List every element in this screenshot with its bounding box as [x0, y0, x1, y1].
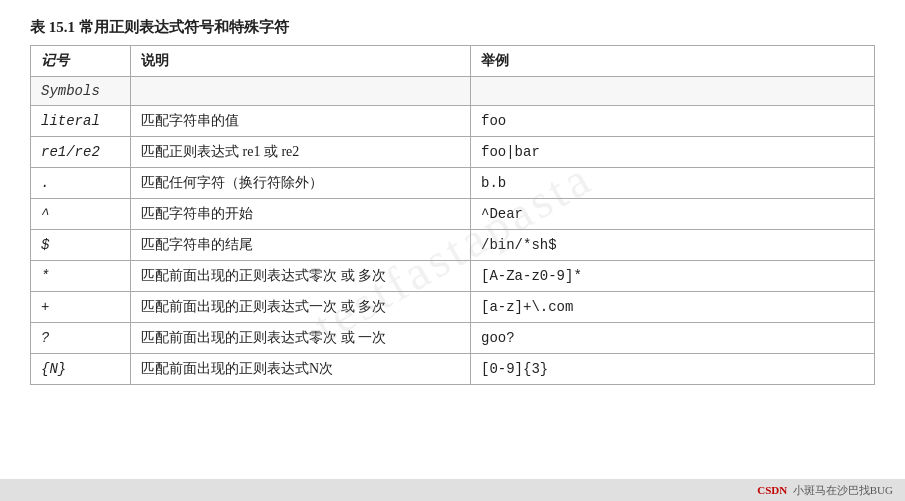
header-col-example: 举例 — [471, 46, 875, 77]
symbol-question: ? — [31, 323, 131, 354]
table-row: . 匹配任何字符（换行符除外） b.b — [31, 168, 875, 199]
symbol-literal: literal — [31, 106, 131, 137]
table-row: $ 匹配字符串的结尾 /bin/*sh$ — [31, 230, 875, 261]
example-question: goo? — [471, 323, 875, 354]
desc-caret: 匹配字符串的开始 — [131, 199, 471, 230]
table-row: {N} 匹配前面出现的正则表达式N次 [0-9]{3} — [31, 354, 875, 385]
example-star: [A-Za-z0-9]* — [471, 261, 875, 292]
desc-question: 匹配前面出现的正则表达式零次 或 一次 — [131, 323, 471, 354]
table-row: ? 匹配前面出现的正则表达式零次 或 一次 goo? — [31, 323, 875, 354]
symbol-dollar: $ — [31, 230, 131, 261]
footer-text: 小斑马在沙巴找BUG — [787, 483, 893, 498]
example-plus: [a-z]+\.com — [471, 292, 875, 323]
table-row: ^ 匹配字符串的开始 ^Dear — [31, 199, 875, 230]
table-row: * 匹配前面出现的正则表达式零次 或 多次 [A-Za-z0-9]* — [31, 261, 875, 292]
regex-table: 记号 说明 举例 Symbols literal 匹配字符串的值 foo re1… — [30, 45, 875, 385]
desc-re1re2: 匹配正则表达式 re1 或 re2 — [131, 137, 471, 168]
example-literal: foo — [471, 106, 875, 137]
example-braceN: [0-9]{3} — [471, 354, 875, 385]
symbol-braceN: {N} — [31, 354, 131, 385]
symbols-desc-empty — [131, 77, 471, 106]
example-caret: ^Dear — [471, 199, 875, 230]
symbol-re1re2: re1/re2 — [31, 137, 131, 168]
symbol-dot: . — [31, 168, 131, 199]
example-dot: b.b — [471, 168, 875, 199]
table-header-row: 记号 说明 举例 — [31, 46, 875, 77]
symbols-subheader-row: Symbols — [31, 77, 875, 106]
header-col-desc: 说明 — [131, 46, 471, 77]
symbols-example-empty — [471, 77, 875, 106]
symbols-label: Symbols — [31, 77, 131, 106]
desc-braceN: 匹配前面出现的正则表达式N次 — [131, 354, 471, 385]
desc-dot: 匹配任何字符（换行符除外） — [131, 168, 471, 199]
footer-logo: CSDN — [757, 484, 787, 496]
table-row: re1/re2 匹配正则表达式 re1 或 re2 foo|bar — [31, 137, 875, 168]
symbol-star: * — [31, 261, 131, 292]
desc-literal: 匹配字符串的值 — [131, 106, 471, 137]
symbol-caret: ^ — [31, 199, 131, 230]
table-row: + 匹配前面出现的正则表达式一次 或 多次 [a-z]+\.com — [31, 292, 875, 323]
table-title: 表 15.1 常用正则表达式符号和特殊字符 — [30, 18, 875, 37]
footer-bar: CSDN 小斑马在沙巴找BUG — [0, 479, 905, 501]
desc-dollar: 匹配字符串的结尾 — [131, 230, 471, 261]
main-page: testfastapasta 表 15.1 常用正则表达式符号和特殊字符 记号 … — [0, 0, 905, 501]
header-col-symbol: 记号 — [31, 46, 131, 77]
example-re1re2: foo|bar — [471, 137, 875, 168]
symbol-plus: + — [31, 292, 131, 323]
table-row: literal 匹配字符串的值 foo — [31, 106, 875, 137]
desc-star: 匹配前面出现的正则表达式零次 或 多次 — [131, 261, 471, 292]
example-dollar: /bin/*sh$ — [471, 230, 875, 261]
desc-plus: 匹配前面出现的正则表达式一次 或 多次 — [131, 292, 471, 323]
